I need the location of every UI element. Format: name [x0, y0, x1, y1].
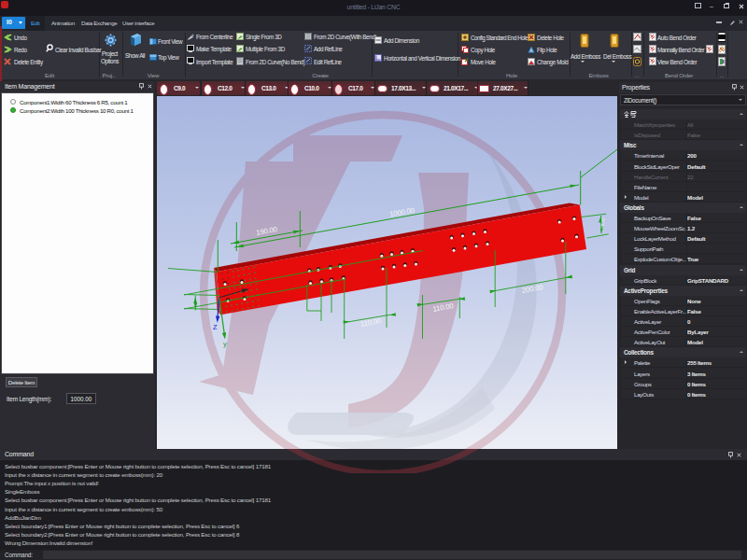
svg-text:y: y	[223, 340, 227, 348]
svg-text:Z: Z	[213, 323, 218, 331]
